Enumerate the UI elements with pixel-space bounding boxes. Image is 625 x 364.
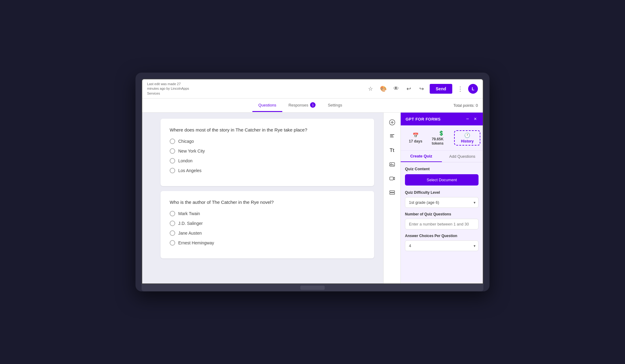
gpt-panel-header: GPT FOR FORMS − ×	[401, 113, 483, 125]
redo-btn[interactable]: ↪	[417, 84, 427, 94]
answer-choices-label: Answer Choices Per Question	[405, 234, 479, 238]
answer-choices-select-wrap: 4 2 3 5 ▾	[405, 240, 479, 251]
palette-icon-btn[interactable]: 🎨	[378, 84, 388, 94]
svg-rect-3	[390, 134, 394, 135]
option-label-salinger: J.D. Salinger	[178, 221, 203, 226]
right-toolbar: Tt	[383, 113, 400, 283]
section-btn[interactable]	[386, 186, 398, 199]
svg-rect-9	[390, 191, 395, 192]
laptop-frame: Last edit was made 27 minutes ago by Lin…	[135, 73, 490, 291]
calendar-icon: 📅	[413, 132, 419, 138]
quiz-content-label: Quiz Content	[405, 167, 479, 171]
difficulty-label: Quiz Difficulty Level	[405, 190, 479, 195]
select-document-btn[interactable]: Select Document	[405, 174, 479, 186]
option-row[interactable]: London	[170, 158, 365, 164]
radio-la[interactable]	[170, 168, 175, 173]
radio-london[interactable]	[170, 158, 175, 164]
question-text-2: Who is the author of The Catcher in the …	[170, 200, 365, 205]
font-size-btn[interactable]: Tt	[386, 144, 398, 157]
image-btn[interactable]	[386, 158, 398, 171]
trackpad	[300, 286, 325, 290]
subtab-add-questions[interactable]: Add Questions	[442, 151, 483, 162]
laptop-bottom	[142, 284, 483, 291]
option-label-austen: Jane Austen	[178, 231, 202, 236]
option-row[interactable]: Ernest Hemingway	[170, 240, 365, 246]
history-icon: 🕐	[464, 132, 470, 138]
svg-rect-8	[390, 177, 393, 180]
token-icon: 💲	[438, 130, 444, 136]
radio-twain[interactable]	[170, 211, 175, 216]
radio-nyc[interactable]	[170, 148, 175, 154]
history-label: History	[461, 139, 474, 143]
responses-badge: 1	[310, 102, 316, 108]
tabs-center: Questions Responses 1 Settings	[147, 99, 453, 112]
tab-responses[interactable]: Responses 1	[282, 99, 322, 112]
option-label-la: Los Angeles	[178, 168, 201, 173]
stat-history[interactable]: 🕐 History	[454, 130, 480, 146]
preview-icon-btn[interactable]: 👁	[391, 84, 401, 94]
tab-questions[interactable]: Questions	[252, 99, 283, 112]
option-label-nyc: New York City	[178, 149, 205, 153]
option-row[interactable]: Chicago	[170, 139, 365, 144]
gpt-panel: GPT FOR FORMS − × 📅 17 days 💲 79.65K tok…	[400, 113, 483, 283]
question-card-2: Who is the author of The Catcher in the …	[161, 191, 374, 258]
last-edit-info: Last edit was made 27 minutes ago by Lin…	[147, 82, 366, 96]
num-questions-input[interactable]	[405, 219, 479, 229]
option-label-twain: Mark Twain	[178, 211, 200, 216]
total-points: Total points: 0	[453, 103, 478, 108]
difficulty-select[interactable]: 1st grade (age 6) 2nd grade (age 7) 3rd …	[405, 197, 479, 208]
question-text-1: Where does most of the story in The Catc…	[170, 127, 365, 132]
stat-tokens: 💲 79.65K tokens	[429, 128, 454, 147]
gpt-title: GPT FOR FORMS	[406, 117, 441, 121]
option-row[interactable]: New York City	[170, 148, 365, 154]
svg-rect-5	[390, 137, 394, 137]
option-row[interactable]: Mark Twain	[170, 211, 365, 216]
gpt-minimize-btn[interactable]: −	[465, 116, 470, 122]
gpt-subtabs: Create Quiz Add Questions	[401, 151, 483, 162]
form-area: Where does most of the story in The Catc…	[142, 113, 383, 283]
svg-rect-10	[390, 193, 395, 194]
subtab-create-quiz[interactable]: Create Quiz	[401, 151, 442, 162]
bookmark-icon-btn[interactable]: ☆	[366, 84, 375, 94]
option-label-london: London	[178, 158, 193, 163]
more-options-btn[interactable]: ⋮	[455, 84, 465, 94]
radio-hemingway[interactable]	[170, 240, 175, 246]
option-row[interactable]: Los Angeles	[170, 168, 365, 173]
video-btn[interactable]	[386, 172, 398, 185]
avatar: L	[468, 84, 478, 94]
days-value: 17 days	[409, 139, 422, 143]
main-content: Where does most of the story in The Catc…	[142, 113, 483, 283]
radio-chicago[interactable]	[170, 139, 175, 144]
radio-austen[interactable]	[170, 230, 175, 236]
undo-btn[interactable]: ↩	[404, 84, 414, 94]
gpt-stats: 📅 17 days 💲 79.65K tokens 🕐 History	[401, 125, 483, 151]
tabs-bar: Questions Responses 1 Settings Total poi…	[142, 99, 483, 113]
answer-choices-select[interactable]: 4 2 3 5	[405, 240, 479, 251]
add-question-btn[interactable]	[386, 116, 398, 128]
gpt-header-actions: − ×	[465, 116, 478, 122]
num-questions-label: Number of Quiz Questions	[405, 212, 479, 216]
difficulty-select-wrap: 1st grade (age 6) 2nd grade (age 7) 3rd …	[405, 197, 479, 208]
gpt-panel-body: Quiz Content Select Document Quiz Diffic…	[401, 162, 483, 283]
option-label-hemingway: Ernest Hemingway	[178, 240, 214, 245]
laptop-screen: Last edit was made 27 minutes ago by Lin…	[142, 79, 483, 284]
gpt-close-btn[interactable]: ×	[473, 116, 478, 122]
option-label-chicago: Chicago	[178, 139, 194, 144]
tokens-value: 79.65K tokens	[432, 137, 451, 146]
stat-days: 📅 17 days	[403, 131, 428, 145]
tab-settings[interactable]: Settings	[322, 99, 348, 112]
text-btn[interactable]	[386, 130, 398, 142]
radio-salinger[interactable]	[170, 221, 175, 226]
send-button[interactable]: Send	[430, 84, 452, 94]
question-card-1: Where does most of the story in The Catc…	[161, 119, 374, 186]
top-bar: Last edit was made 27 minutes ago by Lin…	[142, 79, 483, 99]
option-row[interactable]: J.D. Salinger	[170, 221, 365, 226]
top-bar-actions: ☆ 🎨 👁 ↩ ↪ Send ⋮ L	[366, 84, 478, 94]
svg-rect-4	[390, 135, 393, 136]
option-row[interactable]: Jane Austen	[170, 230, 365, 236]
